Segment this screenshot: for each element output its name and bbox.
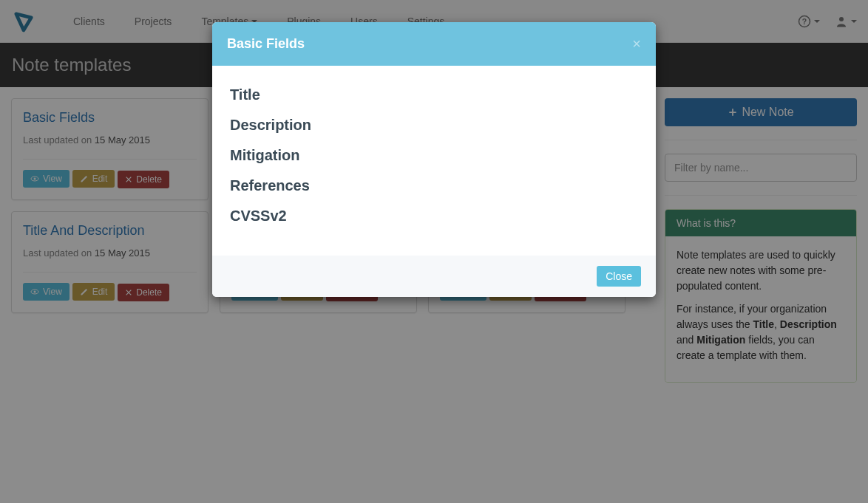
field-item: Mitigation	[230, 147, 638, 164]
modal-title: Basic Fields	[227, 36, 305, 52]
modal-header: Basic Fields ×	[212, 22, 656, 66]
field-item: References	[230, 177, 638, 194]
close-icon[interactable]: ×	[632, 35, 641, 52]
modal-footer: Close	[212, 256, 656, 297]
field-item: Description	[230, 117, 638, 134]
modal-body: Title Description Mitigation References …	[212, 66, 656, 256]
close-button[interactable]: Close	[597, 266, 641, 287]
field-item: Title	[230, 86, 638, 103]
field-item: CVSSv2	[230, 208, 638, 225]
modal-overlay[interactable]: Basic Fields × Title Description Mitigat…	[0, 0, 868, 503]
modal-dialog: Basic Fields × Title Description Mitigat…	[212, 22, 656, 297]
